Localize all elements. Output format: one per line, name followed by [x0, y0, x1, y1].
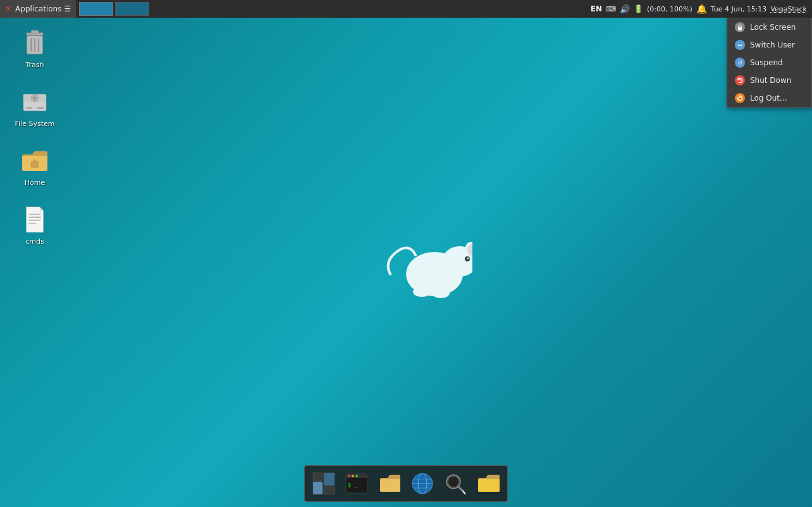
dock-folder[interactable] [473, 468, 503, 499]
filesystem-svg [21, 89, 49, 115]
switch-user-symbol: ↔ [737, 42, 742, 48]
trash-icon[interactable]: Trash [6, 25, 63, 72]
suspend-item[interactable]: ↺ Suspend [727, 54, 811, 72]
switch-user-item[interactable]: ↔ Switch User [727, 36, 811, 54]
home-icon-image [20, 146, 50, 176]
svg-point-28 [413, 287, 431, 297]
lock-screen-label: Lock Screen [750, 23, 796, 32]
mouse-mascot [378, 223, 472, 299]
battery-icon: 🔋 [634, 4, 643, 13]
svg-point-29 [432, 288, 450, 298]
dock-terminal[interactable]: $ _ [341, 468, 372, 499]
dock-browser-svg [410, 472, 434, 496]
shut-down-label: Shut Down [750, 76, 791, 85]
home-desktop-icon[interactable]: Home [6, 143, 63, 189]
mouse-mascot-svg [378, 223, 472, 306]
trash-icon-image [20, 28, 50, 58]
trash-label: Trash [25, 61, 44, 69]
dock-folder-svg [476, 472, 500, 496]
notification-bell-icon[interactable]: 🔔 [696, 4, 707, 14]
dock: $ _ [304, 465, 508, 502]
svg-rect-1 [31, 30, 38, 34]
svg-point-43 [352, 475, 354, 477]
logout-svg [737, 95, 743, 101]
svg-rect-38 [324, 473, 335, 485]
dock-files-svg [378, 472, 402, 496]
suspend-icon: ↺ [735, 58, 745, 68]
home-label: Home [25, 178, 45, 187]
lock-screen-icon [735, 22, 745, 32]
svg-rect-39 [324, 487, 335, 494]
dock-browser[interactable] [407, 468, 438, 499]
keyboard-icon: ⌨ [606, 5, 616, 13]
shutdown-svg [737, 77, 743, 84]
svg-point-42 [348, 475, 350, 477]
svg-point-23 [467, 257, 469, 259]
svg-point-53 [448, 477, 458, 487]
taskbar-window-button-1[interactable] [79, 2, 113, 16]
svg-rect-13 [33, 164, 37, 168]
dock-window-manager-svg [312, 472, 336, 496]
cmds-label: cmds [25, 237, 44, 246]
log-out-icon [735, 93, 745, 103]
svg-rect-31 [738, 27, 742, 30]
svg-point-44 [355, 475, 358, 477]
suspend-label: Suspend [750, 58, 783, 67]
svg-point-9 [34, 97, 36, 99]
dock-search[interactable] [440, 468, 471, 499]
taskbar-left: ✕ Applications ☰ [0, 0, 150, 18]
log-out-item[interactable]: Log Out... [727, 89, 811, 107]
filesystem-label: File System [15, 120, 55, 128]
applications-menu[interactable]: ✕ Applications ☰ [0, 0, 76, 18]
applications-label: Applications [15, 4, 61, 13]
x-logo: ✕ [5, 4, 11, 13]
apps-menu-icon: ☰ [64, 4, 71, 13]
svg-rect-11 [37, 107, 44, 109]
trash-svg [22, 29, 47, 57]
svg-rect-36 [313, 473, 323, 480]
filesystem-icon-image [20, 87, 50, 117]
username-display[interactable]: VegaStack [770, 5, 807, 13]
dock-window-manager[interactable] [309, 468, 339, 499]
datetime-display: Tue 4 Jun, 15:13 [711, 5, 767, 13]
log-out-label: Log Out... [750, 94, 787, 103]
desktop-icons-area: Trash File System [6, 25, 63, 248]
suspend-symbol: ↺ [737, 59, 742, 66]
switch-user-icon: ↔ [735, 40, 745, 50]
home-svg [21, 148, 49, 173]
svg-text:$ _: $ _ [348, 482, 357, 488]
switch-user-label: Switch User [750, 41, 795, 49]
svg-rect-37 [313, 482, 323, 494]
svg-rect-10 [26, 107, 32, 109]
shut-down-icon [735, 75, 745, 85]
dock-terminal-svg: $ _ [345, 472, 369, 496]
power-menu: Lock Screen ↔ Switch User ↺ Suspend Shut… [727, 18, 812, 108]
cmds-icon-image [20, 204, 50, 235]
battery-text: (0:00, 100%) [647, 5, 692, 13]
taskbar-window-button-2[interactable] [115, 2, 149, 16]
lock-svg [737, 24, 743, 31]
language-indicator[interactable]: EN [591, 4, 602, 13]
lock-screen-item[interactable]: Lock Screen [727, 18, 811, 36]
taskbar-right: EN ⌨ 🔊 🔋 (0:00, 100%) 🔔 Tue 4 Jun, 15:13… [586, 4, 812, 14]
dock-search-svg [443, 472, 467, 496]
taskbar: ✕ Applications ☰ EN ⌨ 🔊 🔋 (0:00, 100%) 🔔… [0, 0, 812, 18]
cmds-svg [22, 206, 47, 234]
filesystem-desktop-icon[interactable]: File System [6, 84, 63, 130]
dock-files[interactable] [374, 468, 405, 499]
shut-down-item[interactable]: Shut Down [727, 72, 811, 89]
svg-point-30 [447, 280, 460, 287]
volume-icon[interactable]: 🔊 [620, 4, 630, 14]
cmds-desktop-icon[interactable]: cmds [6, 202, 63, 248]
